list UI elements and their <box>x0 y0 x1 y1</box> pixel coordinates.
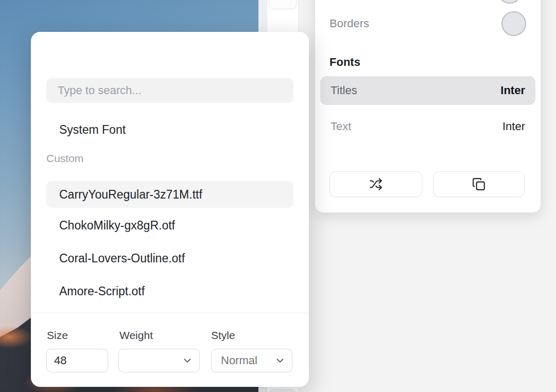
font-option-system[interactable]: System Font <box>46 116 293 143</box>
style-label: Style <box>211 329 235 342</box>
color-swatch-partial[interactable] <box>497 0 522 4</box>
custom-section-label: Custom <box>46 152 83 165</box>
shuffle-fonts-button[interactable] <box>329 171 422 197</box>
toolbar-button-top[interactable] <box>269 0 297 9</box>
text-font-value: Inter <box>502 120 525 133</box>
chevron-down-icon <box>182 355 193 366</box>
style-select[interactable]: Normal <box>211 349 292 372</box>
weight-label: Weight <box>119 329 153 342</box>
toolbar-button-bottom[interactable] <box>269 389 297 392</box>
font-row-text[interactable]: Text Inter <box>320 112 535 141</box>
font-picker-modal: System Font Custom CarryYouRegular-3z71M… <box>31 32 309 387</box>
shuffle-icon <box>369 177 383 191</box>
titles-font-value: Inter <box>500 84 525 97</box>
fonts-section-header: Fonts <box>329 56 360 69</box>
font-option-carryyou[interactable]: CarryYouRegular-3z71M.ttf <box>46 181 293 208</box>
weight-select[interactable] <box>118 349 200 372</box>
app-window: Borders Fonts Titles Inter Text Inter <box>0 0 556 392</box>
size-label: Size <box>47 329 68 342</box>
font-option-amore-script[interactable]: Amore-Script.otf <box>46 278 293 305</box>
size-input[interactable] <box>46 349 108 372</box>
copy-styles-button[interactable] <box>433 171 525 197</box>
font-search-input[interactable] <box>46 78 293 103</box>
borders-color-swatch[interactable] <box>501 11 526 36</box>
text-label: Text <box>331 120 351 133</box>
style-settings-panel: Borders Fonts Titles Inter Text Inter <box>315 0 541 212</box>
borders-label: Borders <box>329 17 369 30</box>
titles-label: Titles <box>331 84 357 97</box>
footer-divider <box>31 313 309 313</box>
chevron-down-icon <box>274 355 286 366</box>
panel-buttons <box>329 171 525 197</box>
copy-icon <box>472 177 485 191</box>
borders-row: Borders <box>329 11 526 36</box>
style-select-value: Normal <box>221 354 257 367</box>
font-option-chokomilky[interactable]: ChokoMilky-gx8gR.otf <box>46 212 293 239</box>
font-row-titles[interactable]: Titles Inter <box>320 76 535 105</box>
font-search-box <box>46 78 293 103</box>
font-option-coral-lovers[interactable]: Coral-Lovers-Outline.otf <box>46 245 293 272</box>
